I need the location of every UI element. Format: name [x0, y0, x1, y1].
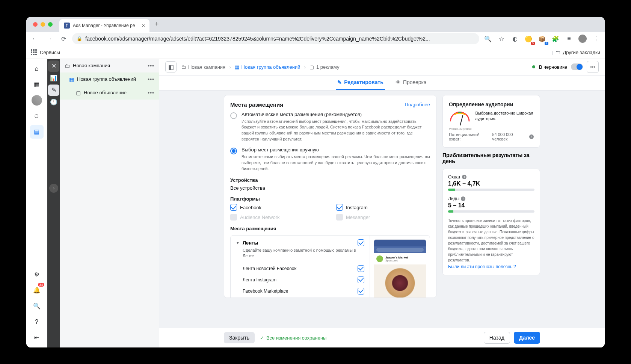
- extensions-puzzle-icon[interactable]: 🧩: [550, 33, 561, 44]
- checkbox-instagram[interactable]: Instagram: [336, 204, 430, 211]
- panel-toggle-icon[interactable]: ◧: [165, 61, 177, 72]
- crumb-campaign[interactable]: 🗀Новая кампания: [181, 64, 225, 70]
- more-menu-button[interactable]: •••: [587, 61, 599, 73]
- feedback-link[interactable]: Были ли эти прогнозы полезны?: [448, 264, 516, 269]
- folder-icon: 🗀: [65, 63, 70, 69]
- tool-chart[interactable]: 📊: [48, 72, 59, 84]
- tree-adset[interactable]: ▦Новая группа объявлений •••: [60, 72, 159, 86]
- info-icon[interactable]: i: [462, 175, 466, 179]
- tree-ad[interactable]: ▢Новое объявление •••: [60, 86, 159, 100]
- check-icon: ✓: [260, 335, 264, 341]
- close-button[interactable]: Закрыть: [224, 332, 255, 343]
- reading-list-icon[interactable]: ≡: [563, 33, 575, 44]
- placement-item[interactable]: Лента Instagram: [236, 274, 364, 285]
- info-icon[interactable]: i: [461, 196, 465, 201]
- nav-help[interactable]: ?: [30, 315, 44, 329]
- extension-blue[interactable]: 📦1: [536, 33, 548, 44]
- minimize-window[interactable]: [41, 22, 45, 27]
- audience-definition-card: Определение аудитории УзкаяШирокая Выбра…: [442, 95, 540, 148]
- apps-icon[interactable]: [31, 49, 37, 55]
- radio-manual-placements[interactable]: Выбор мест размещения вручную Вы можете …: [230, 147, 430, 172]
- chevron-right-icon: ›: [304, 64, 306, 70]
- learn-more-link[interactable]: Подробнее: [405, 102, 430, 107]
- reload-button[interactable]: ⟳: [58, 33, 69, 44]
- expand-rail-button[interactable]: ›: [49, 184, 58, 193]
- nav-search[interactable]: 🔍: [30, 299, 44, 313]
- checkbox-messenger[interactable]: Messenger: [336, 214, 430, 221]
- nav-ads-manager[interactable]: ▤: [30, 125, 44, 139]
- preview-avatar: [376, 255, 383, 262]
- close-editor-button[interactable]: ✕: [48, 60, 59, 72]
- checkbox-facebook[interactable]: Facebook: [230, 204, 324, 211]
- close-tab-icon[interactable]: ×: [142, 23, 145, 29]
- forward-button[interactable]: →: [44, 33, 55, 44]
- placement-item[interactable]: Лента новостей Facebook: [236, 263, 364, 274]
- nav-account[interactable]: [30, 94, 44, 107]
- placement-item[interactable]: Facebook Marketplace: [236, 285, 364, 297]
- reach-bar: [448, 189, 534, 191]
- placements-list-label: Места размещения: [230, 226, 430, 231]
- tool-edit[interactable]: ✎: [48, 85, 59, 96]
- campaign-tree: 🗀Новая кампания ••• ▦Новая группа объявл…: [60, 59, 159, 347]
- crumb-ad[interactable]: ▢1 рекламу: [309, 64, 340, 70]
- extension-red[interactable]: 🟡5: [523, 33, 534, 44]
- nav-notifications[interactable]: 🔔34: [30, 284, 44, 297]
- url-input[interactable]: 🔒 facebook.com/adsmanager/manage/adsets/…: [72, 33, 479, 44]
- placement-item[interactable]: Видеоленты Facebook: [236, 297, 364, 298]
- tab-title: Ads Manager - Управление ре: [73, 23, 139, 28]
- checkbox-feeds-all[interactable]: [358, 239, 364, 246]
- bookmark-star-icon[interactable]: ☆: [496, 33, 507, 44]
- info-icon[interactable]: i: [529, 134, 534, 139]
- nav-home[interactable]: ⌂: [30, 62, 44, 76]
- browser-menu-icon[interactable]: ⋮: [590, 33, 602, 44]
- profile-avatar[interactable]: [577, 33, 588, 44]
- window-controls: [29, 22, 56, 27]
- folder-icon: 🗀: [181, 64, 186, 70]
- close-window[interactable]: [33, 22, 38, 27]
- tab-edit[interactable]: ✎Редактировать: [336, 76, 385, 90]
- lock-icon: 🔒: [77, 36, 82, 41]
- tree-campaign[interactable]: 🗀Новая кампания •••: [60, 59, 159, 72]
- other-bookmarks[interactable]: | 🗀 Другие закладки: [552, 49, 600, 55]
- eye-icon: 👁: [396, 79, 401, 85]
- new-tab-button[interactable]: +: [155, 20, 159, 28]
- nav-settings[interactable]: ⚙: [30, 268, 44, 281]
- services-link[interactable]: Сервисы: [40, 50, 60, 55]
- nav-smile[interactable]: ☺: [30, 109, 44, 123]
- devices-value: Все устройства: [230, 185, 430, 191]
- preview-image: [374, 264, 426, 298]
- tab-review[interactable]: 👁Проверка: [394, 76, 428, 90]
- next-button[interactable]: Далее: [514, 332, 540, 344]
- nav-apps[interactable]: ▦: [30, 78, 44, 91]
- search-icon[interactable]: 🔍: [482, 33, 494, 44]
- ad-preview: Jasper's MarketSponsored JASPERS-MARKET.…: [370, 236, 430, 298]
- back-button[interactable]: ←: [29, 33, 41, 44]
- daily-estimates: Приблизительные результаты за день Охват…: [442, 152, 540, 275]
- editor-footer: Закрыть ✓Все изменения сохранены Назад Д…: [159, 328, 605, 347]
- row-menu-icon[interactable]: •••: [148, 76, 154, 82]
- draft-status: В черновике: [539, 64, 567, 70]
- primary-nav-rail: ⌂ ▦ ☺ ▤ ⚙ 🔔34 🔍 ? ⇤: [26, 59, 47, 347]
- extension-similarweb[interactable]: ◐: [509, 33, 521, 44]
- devices-label: Устройства: [230, 177, 430, 183]
- caret-down-icon: ▼: [236, 241, 240, 245]
- ad-icon: ▢: [309, 64, 314, 70]
- crumb-adset[interactable]: ▦Новая группа объявлений: [235, 64, 300, 70]
- radio-button[interactable]: [230, 148, 237, 154]
- folder-icon: 🗀: [555, 49, 560, 55]
- radio-button[interactable]: [230, 112, 237, 119]
- browser-tab[interactable]: f Ads Manager - Управление ре ×: [59, 19, 149, 32]
- row-menu-icon[interactable]: •••: [148, 90, 154, 96]
- back-button[interactable]: Назад: [484, 332, 510, 344]
- checkbox-audience-network[interactable]: Audience Network: [230, 214, 324, 221]
- radio-auto-placements[interactable]: Автоматические места размещения (рекомен…: [230, 112, 430, 143]
- draft-toggle[interactable]: [571, 63, 583, 70]
- nav-collapse[interactable]: ⇤: [30, 331, 44, 344]
- browser-tab-bar: f Ads Manager - Управление ре × +: [26, 17, 605, 32]
- placements-group-feeds[interactable]: ▼Ленты: [236, 239, 364, 246]
- audience-gauge: УзкаяШирокая: [449, 110, 471, 127]
- tool-history[interactable]: 🕘: [48, 97, 59, 108]
- save-status: ✓Все изменения сохранены: [260, 335, 327, 341]
- row-menu-icon[interactable]: •••: [148, 63, 154, 69]
- maximize-window[interactable]: [48, 22, 53, 27]
